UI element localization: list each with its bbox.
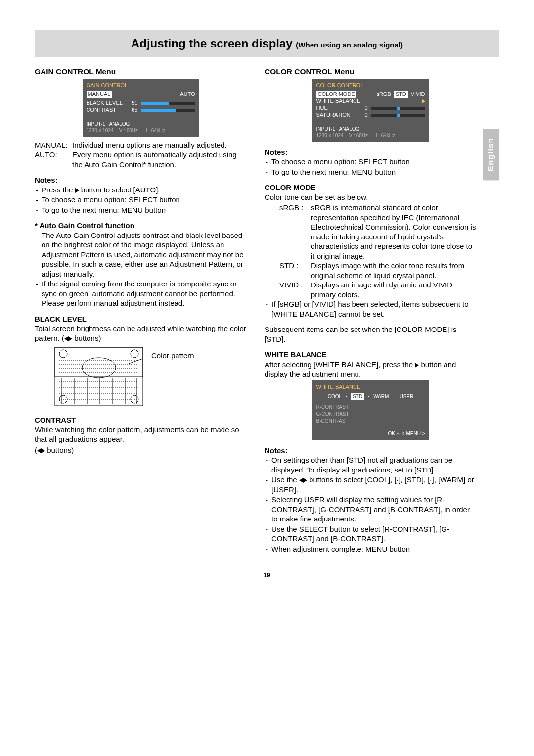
gain-control-osd: GAIN CONTROL MANUAL AUTO BLACK LEVEL 51 … <box>83 79 199 136</box>
notes-heading: Notes: <box>265 446 477 456</box>
vivid-definition: VIVID : Displays an image with dynamic a… <box>279 280 477 299</box>
list-item: The Auto Gain Control adjusts contrast a… <box>36 231 247 279</box>
gain-notes-list: Press the button to select [AUTO]. To ch… <box>35 185 247 215</box>
osd-row-bar <box>141 109 195 112</box>
list-item: Use the SELECT button to select [R-CONTR… <box>266 524 477 544</box>
list-item: To go to the next menu: MENU button <box>36 205 247 215</box>
gain-control-heading: GAIN CONTROL Menu <box>35 67 247 77</box>
left-arrow-icon <box>299 478 303 483</box>
osd-row-bar <box>371 107 425 110</box>
notes-heading: Notes: <box>35 175 247 185</box>
srgb-definition: sRGB : sRGB is international standard of… <box>279 203 477 261</box>
dot-icon <box>346 396 347 397</box>
right-arrow-icon <box>422 99 425 103</box>
left-column: GAIN CONTROL Menu GAIN CONTROL MANUAL AU… <box>35 67 247 456</box>
page-number: 19 <box>35 572 499 580</box>
list-item: If [sRGB] or [VIVID] has been selected, … <box>266 299 477 319</box>
black-level-text: Total screen brightness can be adjusted … <box>35 324 247 343</box>
osd-foot-ok: OK ··· < MENU > <box>316 429 425 440</box>
notes-heading: Notes: <box>265 147 477 157</box>
osd-row-label: COLOR MODE <box>316 91 356 97</box>
osd-auto-option: AUTO <box>180 91 195 97</box>
subsequent-text: Subsequent items can be set when the [CO… <box>265 325 477 344</box>
right-column: COLOR CONTROL Menu COLOR CONTROL COLOR M… <box>265 67 477 554</box>
white-balance-osd: WHITE BALANCE COOL STD WARM USER R-CONTR… <box>312 380 429 440</box>
color-mode-intro: Color tone can be set as below. <box>265 192 477 202</box>
osd-title: WHITE BALANCE <box>316 383 425 390</box>
osd-row-label: HUE <box>316 104 356 111</box>
manual-definition: MANUAL: Individual menu options are manu… <box>35 141 247 150</box>
contrast-heading: CONTRAST <box>35 415 247 425</box>
osd-manual-option: MANUAL <box>87 91 112 97</box>
list-item: To go to the next menu: MENU button <box>266 167 477 177</box>
list-item: On settings other than [STD] not all gra… <box>266 455 477 474</box>
page-title-main: Adjusting the screen display <box>131 37 296 50</box>
right-arrow-icon <box>303 478 307 483</box>
left-arrow-icon <box>64 336 68 341</box>
osd-title: GAIN CONTROL <box>87 82 195 89</box>
std-definition: STD : Displays image with the color tone… <box>279 261 477 280</box>
contrast-text: While watching the color pattern, adjust… <box>35 425 247 444</box>
color-notes-list: To choose a menu option: SELECT button T… <box>265 157 477 177</box>
osd-foot-analog: ANALOG <box>109 121 130 127</box>
osd-foot-input: INPUT-1 <box>87 121 105 127</box>
osd-row-value: 65 <box>129 106 138 113</box>
osd-row-label: WHITE BALANCE <box>316 97 361 104</box>
right-arrow-icon <box>41 448 45 453</box>
color-control-heading: COLOR CONTROL Menu <box>265 67 477 77</box>
list-item: Selecting USER will display the setting … <box>266 495 477 524</box>
right-arrow-icon <box>75 188 79 193</box>
color-pattern-diagram <box>54 347 143 406</box>
osd-row-label: SATURATION <box>316 111 356 118</box>
white-balance-heading: WHITE BALANCE <box>265 350 477 360</box>
color-control-osd: COLOR CONTROL COLOR MODE sRGB STD VIVID … <box>312 79 429 141</box>
list-item: If the signal coming from the computer i… <box>36 279 247 308</box>
color-mode-note-list: If [sRGB] or [VIVID] has been selected, … <box>265 299 477 319</box>
page-title-sub: (When using an analog signal) <box>296 41 403 49</box>
left-arrow-icon <box>37 448 41 453</box>
dot-icon <box>368 396 369 397</box>
osd-row-label: CONTRAST <box>87 106 126 113</box>
wb-notes-list: On settings other than [STD] not all gra… <box>265 455 477 554</box>
color-mode-heading: COLOR MODE <box>265 183 477 192</box>
agc-list: The Auto Gain Control adjusts contrast a… <box>35 231 247 308</box>
osd-row-value: 51 <box>129 99 138 106</box>
osd-row-value: 0 <box>359 111 368 118</box>
black-level-heading: BLACK LEVEL <box>35 314 247 324</box>
osd-title: COLOR CONTROL <box>316 82 425 89</box>
osd-row-value: 0 <box>359 104 368 111</box>
color-pattern-label: Color pattern <box>151 344 194 361</box>
agc-heading: * Auto Gain Control function <box>35 221 247 231</box>
list-item: To choose a menu option: SELECT button <box>36 195 247 205</box>
list-item: To choose a menu option: SELECT button <box>266 157 477 167</box>
osd-row-label: BLACK LEVEL <box>87 99 126 106</box>
list-item: Press the button to select [AUTO]. <box>36 185 247 195</box>
right-arrow-icon <box>68 336 72 341</box>
osd-row-bar <box>141 102 195 105</box>
list-item: Use the buttons to select [COOL], [·], [… <box>266 475 477 494</box>
contrast-buttons-text: ( buttons) <box>35 445 247 455</box>
white-balance-text: After selecting [WHITE BALANCE], press t… <box>265 360 477 379</box>
page-title-bar: Adjusting the screen display (When using… <box>35 30 499 57</box>
osd-row-bar <box>371 114 425 117</box>
list-item: When adjustment complete: MENU button <box>266 544 477 554</box>
language-tab: English <box>483 129 499 180</box>
auto-definition: AUTO: Every menu option is automatically… <box>35 150 247 169</box>
